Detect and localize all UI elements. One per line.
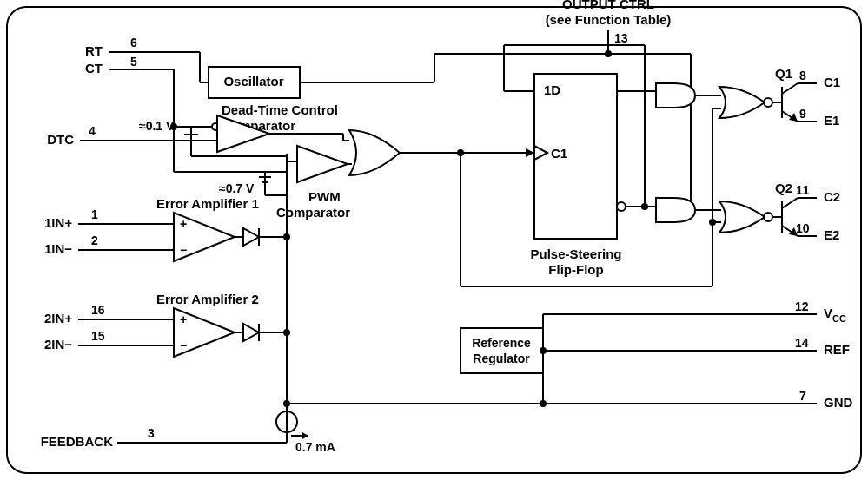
pin-1inn-label: 1IN− xyxy=(44,241,72,256)
label-0v7: ≈0.7 V xyxy=(219,181,255,195)
pin-ct-label: CT xyxy=(85,61,103,76)
label-psff2: Flip-Flop xyxy=(548,262,603,277)
pin-12-num: 12 xyxy=(795,299,809,313)
label-psff1: Pulse-Steering xyxy=(530,247,621,261)
pin-gnd-label: GND xyxy=(824,395,853,410)
q1-label: Q1 xyxy=(775,66,792,81)
pin-rt-num: 6 xyxy=(130,36,137,49)
pin-11-num: 11 xyxy=(796,183,810,197)
label-pwm1: PWM xyxy=(308,189,341,204)
pin-dtc-label: DTC xyxy=(47,132,74,147)
pin-10-num: 10 xyxy=(796,221,810,235)
pin-c2-label: C2 xyxy=(824,189,840,204)
label-dtc1: Dead-Time Control xyxy=(222,102,338,117)
pin-2inp-label: 2IN+ xyxy=(44,311,72,325)
pin-8-num: 8 xyxy=(799,69,806,82)
label-0ma7: 0.7 mA xyxy=(295,440,335,454)
label-rr2: Regulator xyxy=(473,352,530,365)
pin-fb-num: 3 xyxy=(148,426,155,440)
pin-1inn-num: 2 xyxy=(91,233,98,247)
pin-vcc-label: V xyxy=(824,306,832,320)
pin-2inn-num: 15 xyxy=(91,329,105,343)
svg-point-63 xyxy=(605,50,612,57)
pin-fb-label: FEEDBACK xyxy=(41,434,114,449)
svg-point-84 xyxy=(764,213,772,221)
svg-point-95 xyxy=(540,347,547,354)
svg-point-61 xyxy=(641,203,648,210)
label-ea1: Error Amplifier 1 xyxy=(156,196,259,211)
svg-point-96 xyxy=(540,400,547,407)
title-output-ctrl: OUTPUT CTRL xyxy=(562,0,654,11)
pin-e1-label: E1 xyxy=(824,113,839,128)
pin-c1-label: C1 xyxy=(824,75,840,89)
ea1-minus: − xyxy=(180,243,187,257)
pin-1inp-label: 1IN+ xyxy=(44,215,72,230)
svg-point-76 xyxy=(764,98,772,107)
label-0v1: ≈0.1 V xyxy=(139,119,175,133)
pin-9-num: 9 xyxy=(799,107,806,121)
label-ea2: Error Amplifier 2 xyxy=(156,292,259,306)
ea1-plus: + xyxy=(180,217,187,231)
pin-rt-label: RT xyxy=(85,43,103,58)
pin-13-num: 13 xyxy=(614,31,628,45)
pin-14-num: 14 xyxy=(795,336,809,350)
ff-1d: 1D xyxy=(544,82,560,97)
svg-point-69 xyxy=(457,149,464,156)
q2-label: Q2 xyxy=(775,181,792,195)
ff-c1: C1 xyxy=(551,146,567,161)
pin-7-num: 7 xyxy=(799,389,806,403)
and-gate-1 xyxy=(656,83,695,108)
pin-ct-num: 5 xyxy=(130,55,137,69)
ea2-minus: − xyxy=(180,339,187,352)
pin-vcc-sub: CC xyxy=(832,313,846,324)
block-flip-flop xyxy=(534,74,617,239)
oscillator-label: Oscillator xyxy=(223,74,283,89)
title-func-table: (see Function Table) xyxy=(546,12,672,27)
pin-e2-label: E2 xyxy=(824,227,839,242)
pin-2inn-label: 2IN− xyxy=(44,337,72,352)
svg-point-59 xyxy=(617,202,626,211)
ea2-plus: + xyxy=(180,312,187,326)
label-rr1: Reference xyxy=(472,336,531,350)
and-gate-2 xyxy=(656,198,695,222)
pin-dtc-num: 4 xyxy=(89,124,96,138)
svg-point-74 xyxy=(709,219,716,226)
pin-ref-label: REF xyxy=(824,342,850,357)
pin-2inp-num: 16 xyxy=(91,303,105,317)
pin-1inp-num: 1 xyxy=(91,207,98,221)
